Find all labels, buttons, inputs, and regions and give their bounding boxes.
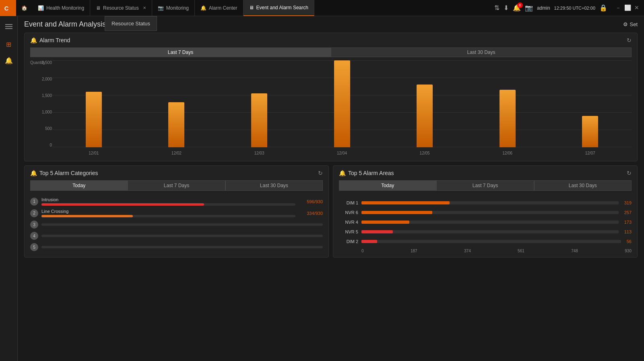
category-bar-wrap-3: [41, 223, 323, 226]
bar-1207: [582, 116, 598, 147]
tab-health-monitoring[interactable]: 📊 Health Monitoring: [32, 0, 90, 16]
category-bar-wrap-1: Intrusion: [41, 197, 295, 206]
tab-resource-status[interactable]: 🖥 Resource Status ✕: [90, 0, 152, 16]
tab-alarm-center[interactable]: 🔔 Alarm Center: [195, 0, 244, 16]
category-track-5: [41, 246, 323, 248]
area-x-tick-0: 0: [361, 249, 364, 253]
areas-chart: DIM 1319NVR 6257NVR 4173NVR 5113DIM 256: [339, 197, 632, 244]
alarm-trend-refresh[interactable]: ↻: [627, 37, 632, 43]
top5-categories-card: 🔔 Top 5 Alarm Categories ↻ Today Last 7 …: [24, 165, 329, 258]
categories-refresh[interactable]: ↻: [318, 170, 323, 176]
areas-icon: 🔔: [339, 170, 346, 176]
trend-tab-7days[interactable]: Last 7 Days: [30, 47, 331, 57]
category-rank-4: 4: [30, 232, 38, 240]
area-track-DIM1: [361, 201, 619, 204]
category-name-1: Intrusion: [41, 197, 295, 202]
bar-group-1205: 12/05: [383, 60, 466, 147]
area-track-NVR4: [361, 221, 619, 224]
area-fill-DIM1: [361, 201, 450, 204]
category-name-2: Line Crossing: [41, 209, 295, 214]
cat-tab-today[interactable]: Today: [30, 180, 128, 191]
area-value-DIM2: 56: [627, 239, 632, 244]
alarm-trend-header: 🔔 Alarm Trend ↻: [30, 37, 632, 43]
area-bar-wrap-DIM2: [361, 240, 621, 243]
category-value-1: 596/930: [299, 199, 323, 204]
bar-label-1206: 12/06: [502, 151, 512, 155]
main-content: Event and Alarm Analysis ⚙ Set 🔔 Alarm T…: [18, 16, 644, 361]
restore-button[interactable]: ⬜: [624, 4, 631, 12]
alarm-trend-card: 🔔 Alarm Trend ↻ Last 7 Days Last 30 Days…: [24, 33, 638, 161]
top5-areas-header: 🔔 Top 5 Alarm Areas ↻: [339, 170, 632, 176]
bar-label-1202: 12/02: [171, 151, 182, 155]
close-button[interactable]: ✕: [634, 4, 639, 12]
tab-close-resource[interactable]: ✕: [143, 6, 146, 10]
category-bar-wrap-2: Line Crossing: [41, 209, 295, 217]
area-tab-30days[interactable]: Last 30 Days: [534, 180, 632, 191]
y-tick-0: 0: [50, 143, 52, 147]
area-label-NVR6: NVR 6: [339, 210, 358, 215]
bar-label-1207: 12/07: [585, 151, 595, 155]
minimize-button[interactable]: －: [615, 4, 621, 12]
area-label-DIM1: DIM 1: [339, 200, 358, 205]
area-tab-7days[interactable]: Last 7 Days: [436, 180, 534, 191]
top5-categories-title: 🔔 Top 5 Alarm Categories: [30, 170, 98, 176]
y-tick-2500: 2,500: [42, 60, 52, 65]
datetime: 12:29:50 UTC+02:00: [554, 6, 595, 10]
alarm-trend-icon: 🔔: [30, 37, 37, 43]
page-title: Event and Alarm Analysis: [24, 20, 106, 29]
lock-icon[interactable]: 🔒: [599, 4, 607, 12]
monitoring-icon: 📷: [158, 5, 164, 11]
area-tab-today[interactable]: Today: [339, 180, 436, 191]
area-bar-wrap-NVR5: [361, 230, 619, 233]
y-axis: 2,500 2,000 1,500 1,000 500 0: [46, 60, 52, 147]
notification-badge: 8: [517, 2, 523, 8]
area-item-DIM2: DIM 256: [339, 239, 632, 244]
sidebar-item-alerts[interactable]: 🔔: [2, 53, 16, 68]
alarm-center-icon: 🔔: [200, 5, 206, 11]
topbar-right: ⇅ ⬇ 🔔 8 📷 admin 12:29:50 UTC+02:00 🔒 － ⬜…: [489, 4, 644, 12]
category-item-2: 2Line Crossing334/930: [30, 209, 323, 217]
area-bar-wrap-NVR4: [361, 221, 619, 224]
categories-tabs: Today Last 7 Days Last 30 Days: [30, 180, 323, 191]
download-icon[interactable]: ⬇: [504, 4, 509, 12]
area-bar-wrap-NVR6: [361, 211, 619, 214]
area-fill-NVR5: [361, 230, 393, 233]
area-item-NVR4: NVR 4173: [339, 220, 632, 225]
areas-refresh[interactable]: ↻: [627, 170, 632, 176]
svg-text:C: C: [4, 5, 9, 11]
tab-event-alarm-search[interactable]: 🖥 Event and Alarm Search: [244, 0, 314, 16]
resource-tooltip: Resource Status: [105, 16, 157, 31]
sidebar-menu-toggle[interactable]: [2, 19, 16, 34]
category-item-1: 1Intrusion596/930: [30, 197, 323, 206]
home-button[interactable]: 🏠: [16, 0, 32, 16]
category-rank-3: 3: [30, 221, 38, 229]
categories-icon: 🔔: [30, 170, 37, 176]
category-track-3: [41, 223, 323, 226]
username: admin: [537, 5, 550, 11]
y-tick-500: 500: [45, 126, 52, 131]
sidebar-item-dashboard[interactable]: ⊞: [2, 37, 16, 52]
area-fill-DIM2: [361, 240, 377, 243]
tab-monitoring[interactable]: 📷 Monitoring: [152, 0, 195, 16]
set-button[interactable]: ⚙ Set: [623, 21, 638, 27]
camera-icon[interactable]: 📷: [525, 4, 533, 12]
bar-group-1207: 12/07: [549, 60, 632, 147]
sort-icon[interactable]: ⇅: [494, 4, 500, 12]
cat-tab-7days[interactable]: Last 7 Days: [128, 180, 225, 191]
category-track-4: [41, 235, 323, 237]
area-item-NVR6: NVR 6257: [339, 210, 632, 215]
area-x-axis: 0187374561748930: [361, 249, 632, 253]
bar-group-1204: 12/04: [301, 60, 384, 147]
area-label-NVR4: NVR 4: [339, 220, 358, 225]
notification-icon[interactable]: 🔔 8: [513, 4, 521, 12]
bar-group-1203: 12/03: [218, 60, 301, 147]
sidebar: ⊞ 🔔: [0, 16, 18, 361]
category-fill-2: [41, 215, 133, 217]
cat-tab-30days[interactable]: Last 30 Days: [225, 180, 323, 191]
bar-1201: [86, 92, 102, 147]
trend-tab-30days[interactable]: Last 30 Days: [331, 47, 632, 57]
event-alarm-icon: 🖥: [249, 5, 254, 10]
bar-label-1201: 12/01: [89, 151, 99, 155]
category-fill-1: [41, 203, 204, 206]
area-x-tick-374: 374: [464, 249, 471, 253]
